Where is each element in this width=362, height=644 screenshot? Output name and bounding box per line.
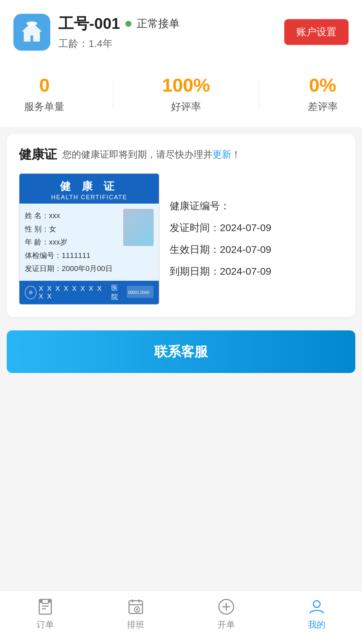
health-card-body: 健 康 证 HEALTH CERTIFICATE 姓 名：xxx 性 别：女 年… bbox=[19, 173, 343, 305]
health-cert-image: 健 康 证 HEALTH CERTIFICATE 姓 名：xxx 性 别：女 年… bbox=[19, 173, 160, 305]
cert-title-en: HEALTH CERTIFICATE bbox=[23, 194, 156, 201]
stat-divider-2 bbox=[259, 80, 259, 107]
status-text: 正常接单 bbox=[137, 16, 180, 31]
effective-date-row: 生效日期：2024-07-09 bbox=[170, 243, 343, 257]
nav-label-profile: 我的 bbox=[308, 619, 325, 631]
cert-body: 姓 名：xxx 性 别：女 年 龄：xxx岁 体检编号：1111111 发证日期… bbox=[19, 204, 159, 281]
stats-section: 0 服务单量 100% 好评率 0% 差评率 bbox=[0, 61, 362, 127]
health-card-title: 健康证 bbox=[19, 146, 57, 163]
cert-footer: ⊕ X X X X X X X X X X 医院 00001.0040 bbox=[19, 281, 159, 304]
health-update-link[interactable]: 更新 bbox=[213, 149, 231, 160]
nav-label-schedule: 排班 bbox=[127, 619, 144, 631]
page-bottom-spacer bbox=[7, 383, 355, 437]
cert-photo bbox=[123, 209, 154, 246]
stat-divider-1 bbox=[113, 80, 113, 107]
schedule-icon bbox=[126, 597, 145, 616]
bad-rate-value: 0% bbox=[309, 74, 336, 96]
cert-header: 健 康 证 HEALTH CERTIFICATE bbox=[19, 174, 159, 204]
expiry-date-row: 到期日期：2024-07-09 bbox=[170, 265, 343, 278]
worker-id-row: 工号-001 正常接单 bbox=[58, 13, 180, 34]
header-info: 工号-001 正常接单 工龄：1.4年 bbox=[58, 13, 180, 51]
worker-id: 工号-001 bbox=[58, 13, 120, 34]
health-card: 健康证 您的健康证即将到期，请尽快办理并更新！ 健 康 证 HEALTH CER… bbox=[7, 134, 355, 317]
cert-seal: ⊕ bbox=[25, 286, 37, 299]
header: 工号-001 正常接单 工龄：1.4年 账户设置 bbox=[0, 0, 362, 61]
cert-title-zh: 健 康 证 bbox=[23, 179, 156, 194]
svg-rect-3 bbox=[31, 21, 33, 25]
svg-point-17 bbox=[136, 608, 138, 610]
nav-item-add[interactable]: 开单 bbox=[217, 597, 236, 631]
issue-date-row: 发证时间：2024-07-09 bbox=[170, 221, 343, 235]
cert-info-text: 姓 名：xxx 性 别：女 年 龄：xxx岁 体检编号：1111111 发证日期… bbox=[25, 209, 120, 275]
contact-customer-service-button[interactable]: 联系客服 bbox=[7, 330, 355, 373]
health-details: 健康证编号： 发证时间：2024-07-09 生效日期：2024-07-09 到… bbox=[170, 173, 343, 305]
header-left: 工号-001 正常接单 工龄：1.4年 bbox=[13, 13, 180, 51]
nav-item-profile[interactable]: 我的 bbox=[307, 597, 326, 631]
nav-item-order[interactable]: 订单 bbox=[36, 597, 55, 631]
worker-age: 工龄：1.4年 bbox=[58, 37, 180, 51]
bottom-nav: 订单 排班 开单 bbox=[0, 590, 362, 644]
status-dot bbox=[125, 21, 131, 27]
nav-label-order: 订单 bbox=[37, 619, 54, 631]
profile-icon bbox=[307, 597, 326, 616]
svg-point-21 bbox=[313, 601, 320, 607]
cert-footer-label: 医院 bbox=[111, 283, 125, 302]
account-settings-button[interactable]: 账户设置 bbox=[284, 19, 349, 45]
stat-good-rate: 100% 好评率 bbox=[162, 74, 210, 114]
good-rate-value: 100% bbox=[162, 74, 210, 96]
good-rate-label: 好评率 bbox=[171, 100, 201, 114]
svg-rect-10 bbox=[40, 600, 43, 603]
stat-service-count: 0 服务单量 bbox=[24, 74, 64, 114]
nav-item-schedule[interactable]: 排班 bbox=[126, 597, 145, 631]
service-count-label: 服务单量 bbox=[24, 100, 64, 114]
cert-footer-text: X X X X X X X X X X bbox=[39, 285, 109, 300]
order-icon bbox=[36, 597, 55, 616]
bad-rate-label: 差评率 bbox=[308, 100, 338, 114]
svg-text:00001.0040: 00001.0040 bbox=[128, 290, 149, 295]
cert-number-row: 健康证编号： bbox=[170, 199, 343, 213]
main-content: 健康证 您的健康证即将到期，请尽快办理并更新！ 健 康 证 HEALTH CER… bbox=[0, 134, 362, 437]
stat-bad-rate: 0% 差评率 bbox=[308, 74, 338, 114]
nav-label-add: 开单 bbox=[218, 619, 235, 631]
add-icon bbox=[217, 597, 236, 616]
service-count-value: 0 bbox=[39, 74, 50, 96]
health-card-header: 健康证 您的健康证即将到期，请尽快办理并更新！ bbox=[19, 146, 343, 163]
svg-rect-11 bbox=[48, 600, 51, 603]
app-logo bbox=[13, 14, 50, 51]
health-notice: 您的健康证即将到期，请尽快办理并更新！ bbox=[62, 148, 241, 161]
